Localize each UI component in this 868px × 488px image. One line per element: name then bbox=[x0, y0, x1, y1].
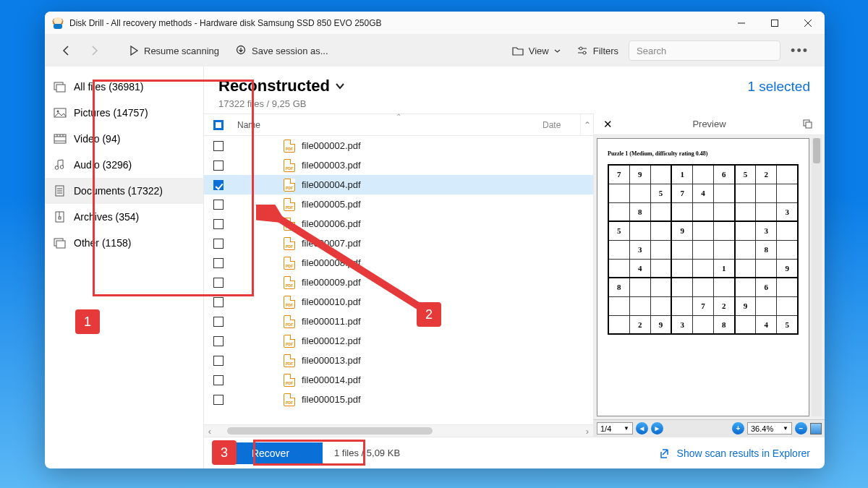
sidebar-item-video[interactable]: Video (94) bbox=[45, 126, 203, 152]
toolbar: Resume scanning Save session as... View … bbox=[45, 35, 825, 67]
preview-doc-title: Puzzle 1 (Medium, difficulty rating 0.48… bbox=[608, 150, 799, 157]
more-button[interactable]: ••• bbox=[785, 40, 814, 62]
selection-count[interactable]: 1 selected bbox=[747, 79, 810, 95]
window-title: Disk Drill - All recovery methods - Hard… bbox=[69, 18, 725, 28]
file-checkbox[interactable] bbox=[213, 141, 224, 151]
chevron-down-icon bbox=[335, 81, 345, 91]
sort-indicator-icon: ⌃ bbox=[396, 113, 401, 121]
file-checkbox[interactable] bbox=[213, 317, 224, 327]
scroll-up-button[interactable]: ⌃ bbox=[580, 114, 593, 135]
file-checkbox[interactable] bbox=[213, 297, 224, 307]
play-icon bbox=[129, 46, 139, 56]
file-checkbox[interactable] bbox=[213, 278, 224, 288]
sliders-icon bbox=[576, 46, 588, 56]
next-page-button[interactable]: ► bbox=[651, 422, 663, 435]
sidebar-item-other[interactable]: Other (1158) bbox=[45, 230, 203, 256]
save-session-button[interactable]: Save session as... bbox=[229, 41, 334, 60]
app-window: Disk Drill - All recovery methods - Hard… bbox=[45, 12, 825, 468]
file-list: ⌃ Name Date ⌃ file000002.pdffile000003.p… bbox=[204, 114, 593, 437]
svg-rect-1 bbox=[772, 20, 778, 26]
file-checkbox[interactable] bbox=[213, 160, 224, 171]
file-row[interactable]: file000003.pdf bbox=[204, 155, 593, 175]
file-checkbox[interactable] bbox=[213, 219, 224, 229]
bottom-bar: Recover 1 files / 5,09 KB Show scan resu… bbox=[204, 437, 825, 468]
section-title-dropdown[interactable]: Reconstructed bbox=[218, 77, 747, 95]
page-selector[interactable]: 1/4▼ bbox=[597, 422, 633, 435]
file-row[interactable]: file000013.pdf bbox=[204, 351, 593, 370]
file-name: file000010.pdf bbox=[302, 296, 361, 307]
fit-page-button[interactable] bbox=[810, 423, 822, 435]
file-checkbox[interactable] bbox=[213, 258, 224, 268]
sidebar-item-stack[interactable]: All files (36981) bbox=[45, 74, 203, 100]
svg-point-19 bbox=[55, 166, 59, 170]
file-row[interactable]: file000014.pdf bbox=[204, 370, 593, 390]
column-date[interactable]: Date bbox=[542, 120, 580, 130]
column-name[interactable]: Name bbox=[233, 120, 542, 130]
search-input[interactable]: Search bbox=[629, 40, 780, 61]
preview-scrollbar[interactable] bbox=[812, 138, 822, 416]
file-checkbox[interactable] bbox=[213, 356, 224, 366]
maximize-button[interactable] bbox=[758, 12, 791, 35]
show-in-explorer-link[interactable]: Show scan results in Explorer bbox=[660, 448, 810, 459]
sidebar-item-document[interactable]: Documents (17322) bbox=[45, 178, 203, 204]
sidebar-item-archive[interactable]: Archives (354) bbox=[45, 204, 203, 230]
sidebar-item-picture[interactable]: Pictures (14757) bbox=[45, 100, 203, 126]
preview-page: Puzzle 1 (Medium, difficulty rating 0.48… bbox=[597, 138, 809, 416]
file-row[interactable]: file000004.pdf bbox=[204, 175, 593, 194]
document-icon bbox=[54, 184, 67, 197]
file-row[interactable]: file000012.pdf bbox=[204, 331, 593, 351]
other-icon bbox=[54, 236, 67, 249]
file-row[interactable]: file000008.pdf bbox=[204, 253, 593, 273]
zoom-out-button[interactable]: − bbox=[795, 422, 807, 435]
pdf-file-icon bbox=[284, 393, 295, 406]
file-row[interactable]: file000011.pdf bbox=[204, 312, 593, 331]
svg-rect-27 bbox=[59, 217, 61, 219]
forward-button[interactable] bbox=[82, 41, 106, 60]
file-row[interactable]: file000006.pdf bbox=[204, 214, 593, 234]
filters-button[interactable]: Filters bbox=[571, 42, 624, 60]
resume-scan-button[interactable]: Resume scanning bbox=[123, 42, 225, 60]
recover-button[interactable]: Recover bbox=[218, 442, 323, 464]
file-name: file000005.pdf bbox=[302, 199, 361, 210]
zoom-selector[interactable]: 36.4%▼ bbox=[747, 422, 792, 435]
picture-icon bbox=[54, 106, 67, 119]
close-button[interactable] bbox=[791, 12, 825, 35]
file-checkbox[interactable] bbox=[213, 200, 224, 210]
prev-page-button[interactable]: ◄ bbox=[636, 422, 648, 435]
zoom-in-button[interactable]: + bbox=[732, 422, 744, 435]
preview-footer: 1/4▼ ◄ ► + 36.4%▼ − bbox=[594, 419, 825, 437]
svg-point-12 bbox=[57, 111, 59, 113]
pdf-file-icon bbox=[284, 257, 295, 270]
file-row[interactable]: file000005.pdf bbox=[204, 194, 593, 214]
sudoku-grid: 791652574835933841986729293845 bbox=[608, 164, 799, 335]
preview-expand-button[interactable] bbox=[803, 119, 819, 129]
sidebar-item-audio[interactable]: Audio (3296) bbox=[45, 152, 203, 178]
file-checkbox[interactable] bbox=[213, 395, 224, 405]
file-name: file000014.pdf bbox=[302, 374, 361, 385]
pdf-file-icon bbox=[284, 237, 295, 250]
file-name: file000011.pdf bbox=[302, 316, 361, 327]
audio-icon bbox=[54, 158, 67, 171]
file-row[interactable]: file000015.pdf bbox=[204, 390, 593, 409]
archive-icon bbox=[54, 210, 67, 223]
file-row[interactable]: file000009.pdf bbox=[204, 273, 593, 292]
file-checkbox[interactable] bbox=[213, 239, 224, 249]
file-row[interactable]: file000007.pdf bbox=[204, 234, 593, 253]
file-checkbox[interactable] bbox=[213, 375, 224, 385]
titlebar: Disk Drill - All recovery methods - Hard… bbox=[45, 12, 825, 35]
horizontal-scrollbar[interactable]: ‹ › bbox=[204, 424, 593, 437]
preview-close-button[interactable]: ✕ bbox=[600, 118, 616, 131]
select-all-checkbox[interactable] bbox=[213, 120, 224, 130]
file-name: file000013.pdf bbox=[302, 355, 361, 366]
back-button[interactable] bbox=[55, 41, 78, 60]
file-checkbox[interactable] bbox=[213, 336, 224, 346]
minimize-button[interactable] bbox=[725, 12, 758, 35]
pdf-file-icon bbox=[284, 276, 295, 289]
file-name: file000009.pdf bbox=[302, 277, 361, 288]
view-dropdown[interactable]: View bbox=[506, 42, 566, 60]
file-checkbox[interactable] bbox=[213, 180, 224, 190]
file-row[interactable]: file000002.pdf bbox=[204, 136, 593, 155]
file-row[interactable]: file000010.pdf bbox=[204, 292, 593, 312]
pdf-file-icon bbox=[284, 335, 295, 348]
svg-rect-31 bbox=[806, 122, 812, 128]
